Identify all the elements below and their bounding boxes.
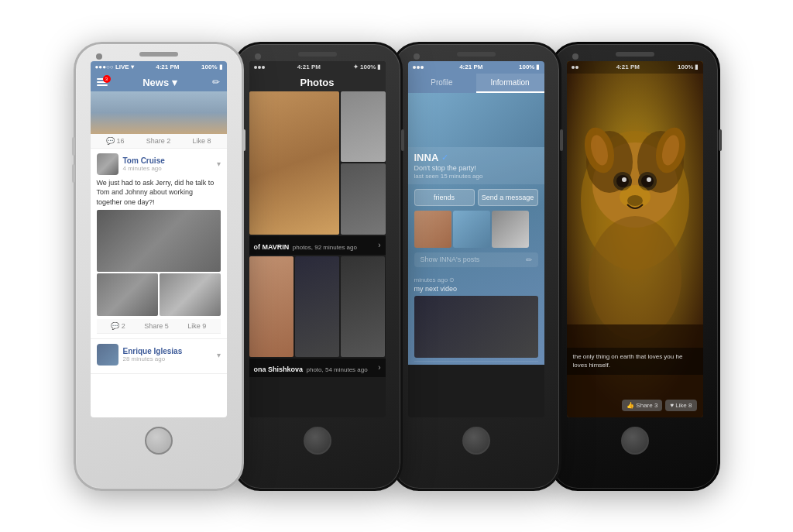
share-icon-4: 👍 bbox=[627, 402, 634, 409]
shishkova-section-header: ona Shishkova photo, 54 minutes ago › bbox=[249, 359, 386, 377]
home-button-4[interactable] bbox=[621, 427, 649, 455]
profile-tabs: Profile Information bbox=[408, 74, 544, 93]
mavrin-arrow-icon[interactable]: › bbox=[378, 241, 380, 249]
signal-dots-3 bbox=[413, 66, 424, 69]
mavrin-meta-text: photos, 92 minutes ago bbox=[293, 244, 357, 251]
send-message-button[interactable]: Send a message bbox=[478, 189, 538, 206]
home-button[interactable] bbox=[145, 427, 173, 455]
shishkova-photo-2[interactable] bbox=[295, 256, 339, 357]
shishkova-arrow-icon[interactable]: › bbox=[378, 363, 380, 372]
phone-bottom-3 bbox=[462, 417, 490, 489]
mavrin-main-photo[interactable] bbox=[249, 91, 339, 235]
photo-view-screen: 4:21 PM 100% ▮ bbox=[567, 61, 703, 417]
status-right-4: 100% ▮ bbox=[678, 63, 698, 70]
phone-screen-2: 4:21 PM ✦ 100% ▮ Photos bbox=[249, 61, 386, 417]
post-time-2: 28 minutes ago bbox=[123, 355, 212, 362]
comment-icon: 💬 bbox=[106, 137, 115, 145]
signal-dot-4a bbox=[572, 66, 575, 69]
profile-photo-2[interactable] bbox=[453, 211, 490, 248]
profile-photo-1[interactable] bbox=[414, 211, 451, 248]
shishkova-photo-1[interactable] bbox=[249, 256, 294, 357]
person-image-2 bbox=[160, 273, 221, 316]
avatar-image bbox=[97, 153, 118, 175]
phone-top-2 bbox=[235, 44, 400, 61]
post-author: Tom Cruise bbox=[123, 156, 212, 165]
phones-container: ●●●○○ LIVE ▾ 4:21 PM 100% ▮ 3 News ▾ bbox=[0, 0, 793, 532]
post-meta-2: Enrique Iglesias 28 minutes ago bbox=[123, 347, 212, 362]
friends-button[interactable]: friends bbox=[414, 189, 475, 206]
person-image-1 bbox=[97, 273, 158, 316]
comment-count-2[interactable]: 💬 2 bbox=[111, 322, 125, 330]
photos-header: Photos bbox=[249, 74, 386, 91]
share-button-4[interactable]: 👍 Share 3 bbox=[622, 400, 662, 411]
like-button-2[interactable]: Like 9 bbox=[187, 322, 206, 330]
shishkova-title-text: ona Shishkova bbox=[254, 366, 304, 373]
collapse-button[interactable]: ▾ bbox=[217, 160, 221, 168]
status-left: ●●●○○ LIVE ▾ bbox=[95, 63, 134, 70]
menu-line bbox=[97, 84, 108, 86]
power-button-4[interactable] bbox=[719, 129, 722, 151]
compose-button[interactable]: ✏ bbox=[212, 77, 220, 88]
home-button-3[interactable] bbox=[462, 427, 490, 455]
battery-icon-3: ▮ bbox=[536, 63, 539, 70]
collapse-button-2[interactable]: ▾ bbox=[217, 351, 221, 359]
status-right-2: ✦ 100% ▮ bbox=[353, 63, 380, 70]
phone-screen-1: ●●●○○ LIVE ▾ 4:21 PM 100% ▮ 3 News ▾ bbox=[91, 61, 227, 417]
like-text-2: Like 9 bbox=[187, 322, 206, 330]
home-button-2[interactable] bbox=[304, 427, 331, 455]
phone-top bbox=[76, 44, 242, 61]
post-image-1 bbox=[97, 273, 158, 316]
time-display-3: 4:21 PM bbox=[459, 63, 482, 70]
phone-3-black: 4:21 PM 100% ▮ Profile Information INNA … bbox=[391, 42, 561, 491]
phone-2-black: 4:21 PM ✦ 100% ▮ Photos bbox=[232, 42, 403, 491]
profile-photo-3[interactable] bbox=[492, 211, 529, 248]
dog-actions: 👍 Share 3 ♥ Like 8 bbox=[622, 400, 696, 411]
tab-profile[interactable]: Profile bbox=[408, 74, 476, 93]
shishkova-meta-text: photo, 54 minutes ago bbox=[306, 366, 367, 373]
battery-icon-2: ▮ bbox=[377, 63, 380, 70]
photo-grid: of MAVRIN photos, 92 minutes ago › bbox=[249, 91, 386, 379]
share-button-2[interactable]: Share 5 bbox=[144, 322, 169, 330]
mavrin-photo-3[interactable] bbox=[341, 163, 386, 235]
mavrin-title: of MAVRIN photos, 92 minutes ago bbox=[254, 239, 357, 252]
like-text: Like 8 bbox=[192, 137, 211, 145]
signal-dot-3b bbox=[417, 66, 420, 69]
profile-post-area[interactable]: Show INNA's posts ✏ bbox=[414, 252, 538, 267]
vol-down-button[interactable] bbox=[72, 164, 75, 183]
status-bar-4: 4:21 PM 100% ▮ bbox=[567, 61, 703, 74]
feed-item-image[interactable] bbox=[414, 296, 538, 358]
phone-bottom bbox=[145, 417, 173, 489]
mavrin-photo-2[interactable] bbox=[341, 91, 386, 163]
feed-item-meta: minutes ago ⊙ bbox=[414, 276, 538, 283]
tab-information[interactable]: Information bbox=[476, 74, 544, 93]
like-button-4[interactable]: ♥ Like 8 bbox=[665, 400, 696, 411]
power-button[interactable] bbox=[242, 129, 245, 151]
battery-icon-4: ▮ bbox=[695, 63, 698, 70]
power-button-3[interactable] bbox=[560, 129, 563, 151]
post-avatar-2 bbox=[97, 344, 118, 366]
speaker-3 bbox=[457, 52, 496, 57]
news-title: News ▾ bbox=[142, 77, 177, 88]
power-button-2[interactable] bbox=[401, 129, 404, 151]
time-display-2: 4:21 PM bbox=[297, 63, 321, 70]
share-text-4: Share 3 bbox=[636, 402, 657, 409]
wifi-icon: ▾ bbox=[131, 63, 134, 70]
cover-photo bbox=[91, 91, 227, 134]
vol-up-button[interactable] bbox=[72, 137, 75, 156]
comment-count[interactable]: 💬 16 bbox=[106, 137, 125, 145]
share-button[interactable]: Share 2 bbox=[146, 137, 171, 145]
profile-post-feed: minutes ago ⊙ my next video bbox=[408, 270, 544, 365]
menu-button[interactable]: 3 bbox=[97, 78, 108, 86]
svg-point-12 bbox=[620, 185, 651, 208]
post-time: 4 minutes ago bbox=[123, 165, 212, 172]
like-button[interactable]: Like 8 bbox=[192, 137, 211, 145]
signal-dot bbox=[254, 66, 257, 69]
mavrin-photos bbox=[249, 91, 386, 235]
post-avatar bbox=[97, 153, 118, 175]
shishkova-photo-3[interactable] bbox=[341, 256, 385, 357]
phone-top-3 bbox=[393, 44, 559, 61]
battery-text-3: 100% bbox=[519, 63, 534, 70]
post-meta: Tom Cruise 4 minutes ago bbox=[123, 156, 212, 172]
status-right: 100% ▮ bbox=[201, 63, 221, 70]
post-header-2: Enrique Iglesias 28 minutes ago ▾ bbox=[97, 344, 221, 366]
